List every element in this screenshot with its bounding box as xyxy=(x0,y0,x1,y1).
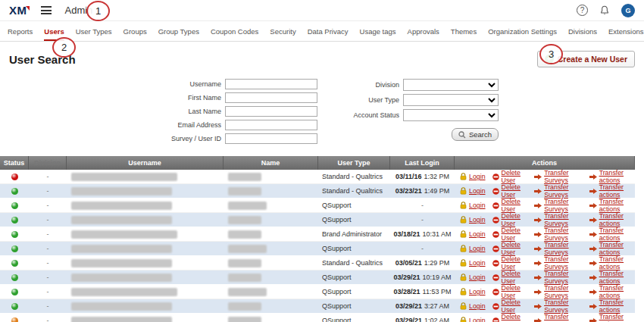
last-login-time: 1:29 PM xyxy=(424,259,450,267)
nav-item-divisions[interactable]: Divisions xyxy=(568,21,597,41)
login-link[interactable]: Login xyxy=(460,187,486,195)
status-dot xyxy=(11,260,18,267)
login-link[interactable]: Login xyxy=(460,245,486,252)
login-link[interactable]: Login xyxy=(460,274,486,281)
delete-user-link[interactable]: Delete User xyxy=(492,241,528,256)
last-login-date: 03/18/21 xyxy=(393,230,420,238)
transfer-surveys-link[interactable]: Transfer Surveys xyxy=(534,227,583,242)
first-name-input[interactable] xyxy=(225,92,317,103)
survey-user-id-label: Survey / User ID xyxy=(145,135,221,142)
login-link[interactable]: Login xyxy=(460,173,486,180)
transfer-actions-link[interactable]: Transfer actions xyxy=(589,284,635,299)
transfer-surveys-link[interactable]: Transfer Surveys xyxy=(534,299,583,314)
login-link[interactable]: Login xyxy=(460,317,486,322)
lock-icon xyxy=(460,317,467,322)
actions-cell: Login Delete User Transfer Surveys Trans… xyxy=(455,255,635,270)
account-status-label: Account Status xyxy=(337,111,399,119)
transfer-actions-link[interactable]: Transfer actions xyxy=(589,169,635,184)
transfer-arrow-icon xyxy=(534,188,542,195)
delete-user-link[interactable]: Delete User xyxy=(492,270,528,285)
last-name-input[interactable] xyxy=(225,106,317,117)
user-type-cell: QSupport xyxy=(318,202,390,209)
user-type-cell: QSupport xyxy=(318,274,390,281)
transfer-surveys-link[interactable]: Transfer Surveys xyxy=(534,313,583,322)
transfer-surveys-link[interactable]: Transfer Surveys xyxy=(534,212,583,227)
transfer-actions-link[interactable]: Transfer actions xyxy=(589,183,635,199)
user-type-cell: Standard - Qualtrics xyxy=(318,187,390,195)
transfer-arrow-icon xyxy=(589,188,597,195)
delete-icon xyxy=(492,260,499,267)
actions-cell: Login Delete User Transfer Surveys Trans… xyxy=(455,313,635,322)
help-icon[interactable]: ? xyxy=(577,5,588,16)
transfer-actions-link[interactable]: Transfer actions xyxy=(589,198,635,213)
transfer-actions-link[interactable]: Transfer actions xyxy=(589,299,635,314)
transfer-surveys-link[interactable]: Transfer Surveys xyxy=(534,270,583,285)
transfer-actions-link[interactable]: Transfer actions xyxy=(589,270,635,285)
login-link[interactable]: Login xyxy=(460,259,486,267)
nav-item-user-types[interactable]: User Types xyxy=(76,21,112,41)
delete-user-link[interactable]: Delete User xyxy=(492,255,528,270)
nav-item-group-types[interactable]: Group Types xyxy=(158,21,199,41)
transfer-actions-link[interactable]: Transfer actions xyxy=(589,241,635,256)
division-label: Division xyxy=(337,81,399,89)
transfer-actions-link[interactable]: Transfer actions xyxy=(589,255,635,270)
login-link[interactable]: Login xyxy=(460,230,486,238)
hamburger-menu-icon[interactable] xyxy=(41,6,52,14)
login-link[interactable]: Login xyxy=(460,288,486,295)
last-login-empty: - xyxy=(421,202,424,209)
xm-logo[interactable]: XM xyxy=(9,4,27,17)
nav-item-organization-settings[interactable]: Organization Settings xyxy=(488,21,557,41)
transfer-actions-link[interactable]: Transfer actions xyxy=(589,313,635,322)
nav-item-usage-tags[interactable]: Usage tags xyxy=(360,21,396,41)
nav-item-security[interactable]: Security xyxy=(270,21,295,41)
delete-user-link[interactable]: Delete User xyxy=(492,198,528,213)
login-link[interactable]: Login xyxy=(460,202,486,209)
nav-item-approvals[interactable]: Approvals xyxy=(408,21,439,41)
delete-icon xyxy=(492,217,499,224)
transfer-surveys-link[interactable]: Transfer Surveys xyxy=(534,241,583,256)
notifications-bell-icon[interactable] xyxy=(599,5,610,16)
transfer-actions-link[interactable]: Transfer actions xyxy=(589,212,635,227)
division-select[interactable] xyxy=(403,79,499,91)
email-address-input[interactable] xyxy=(225,120,317,130)
division-cell: - xyxy=(29,288,67,295)
status-dot xyxy=(11,217,18,224)
avatar[interactable]: G xyxy=(621,4,635,17)
nav-item-coupon-codes[interactable]: Coupon Codes xyxy=(211,21,258,41)
delete-user-link[interactable]: Delete User xyxy=(492,313,528,322)
last-login-date: 03/11/16 xyxy=(395,173,422,180)
transfer-surveys-link[interactable]: Transfer Surveys xyxy=(534,255,583,270)
table-row: - QSupport 03/29/2110:19 AM Login Delete… xyxy=(0,270,635,285)
division-cell: - xyxy=(29,259,67,267)
column-header-status: Status xyxy=(0,156,29,170)
account-status-select[interactable] xyxy=(403,109,499,121)
delete-user-link[interactable]: Delete User xyxy=(492,212,528,227)
nav-item-data-privacy[interactable]: Data Privacy xyxy=(308,21,349,41)
transfer-surveys-link[interactable]: Transfer Surveys xyxy=(534,183,583,199)
login-link[interactable]: Login xyxy=(460,216,486,224)
login-link[interactable]: Login xyxy=(460,302,486,310)
nav-item-groups[interactable]: Groups xyxy=(123,21,147,41)
search-button[interactable]: Search xyxy=(452,128,499,141)
status-dot xyxy=(11,174,18,180)
nav-item-themes[interactable]: Themes xyxy=(451,21,477,41)
nav-item-extensions[interactable]: Extensions xyxy=(608,21,643,41)
username-input[interactable] xyxy=(225,79,317,89)
redacted-name xyxy=(228,317,261,322)
delete-user-link[interactable]: Delete User xyxy=(492,169,528,184)
transfer-actions-link[interactable]: Transfer actions xyxy=(589,227,635,242)
nav-item-reports[interactable]: Reports xyxy=(8,21,33,41)
transfer-surveys-link[interactable]: Transfer Surveys xyxy=(534,198,583,213)
delete-user-link[interactable]: Delete User xyxy=(492,284,528,299)
survey-user-id-input[interactable] xyxy=(225,133,317,144)
transfer-surveys-link[interactable]: Transfer Surveys xyxy=(534,284,583,299)
user-type-cell: Brand Administrator xyxy=(318,230,390,238)
delete-user-link[interactable]: Delete User xyxy=(492,227,528,242)
delete-user-link[interactable]: Delete User xyxy=(492,183,528,199)
delete-user-link[interactable]: Delete User xyxy=(492,299,528,314)
transfer-surveys-link[interactable]: Transfer Surveys xyxy=(534,169,583,184)
user-type-select[interactable] xyxy=(403,94,499,106)
annotation-circle-2: 2 xyxy=(52,37,76,58)
transfer-arrow-icon xyxy=(589,289,597,295)
last-login-cell: 03/11/161:32 PM xyxy=(390,173,455,180)
